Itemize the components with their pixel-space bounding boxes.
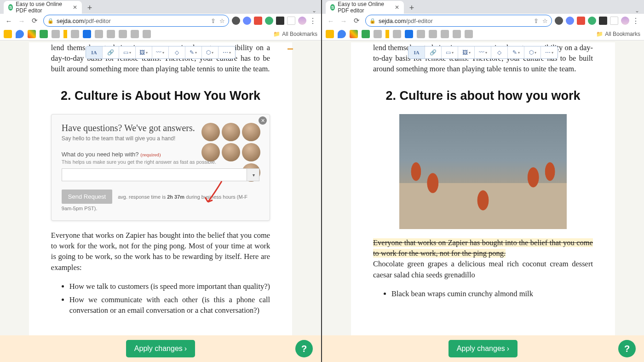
bookmark-folder[interactable] (393, 30, 401, 38)
browser-tab[interactable]: S Easy to use Online PDF editor ✕ (4, 1, 82, 14)
profile-avatar[interactable] (298, 17, 306, 25)
more-tools-button[interactable]: ⋯▾ (541, 46, 558, 58)
highlight-tool-button[interactable]: ✎▾ (508, 46, 524, 58)
panel-icon[interactable] (610, 17, 618, 25)
browser-menu-icon[interactable]: ⋮ (309, 17, 316, 25)
panel-icon[interactable] (287, 17, 295, 25)
bookmark-folder[interactable] (417, 30, 425, 38)
bookmark-item[interactable] (16, 30, 24, 38)
extension-icon[interactable] (588, 17, 596, 25)
text-tool-button[interactable]: IA (408, 46, 425, 58)
tabs-dropdown-icon[interactable]: ⌄ (635, 7, 639, 14)
whiteout-tool-button[interactable]: ◇ (491, 46, 508, 58)
extension-icon[interactable] (265, 17, 273, 25)
bookmark-item[interactable] (350, 30, 358, 38)
help-topic-select[interactable]: ▾ (62, 168, 259, 181)
back-button[interactable]: ← (325, 15, 337, 27)
star-icon[interactable]: ☆ (542, 17, 548, 24)
new-tab-button[interactable]: + (84, 2, 96, 14)
forward-button[interactable]: → (338, 15, 350, 27)
browser-menu-icon[interactable]: ⋮ (632, 17, 639, 25)
more-tools-button[interactable]: ⋯▾ (218, 46, 235, 58)
image-tool-button[interactable]: 🖼▾ (136, 46, 152, 58)
pdf-page[interactable]: IA 🔗 ▭▾ 🖼▾ 〰▾ ◇ ✎▾ ⬡▾ ⋯▾ lend themselves… (351, 42, 615, 335)
list-item[interactable]: How we communicate with each other (is t… (69, 294, 270, 316)
profile-avatar[interactable] (621, 17, 629, 25)
shape-tool-button[interactable]: ⬡▾ (202, 46, 218, 58)
bookmark-folder[interactable] (71, 30, 79, 38)
bullet-list[interactable]: How we talk to customers (is speed more … (69, 281, 270, 316)
bookmark-item[interactable] (4, 30, 12, 38)
bookmark-item[interactable] (362, 30, 370, 38)
help-fab-button[interactable]: ? (295, 340, 313, 357)
text-tool-button[interactable]: IA (86, 46, 103, 58)
highlight-tool-button[interactable]: ✎▾ (185, 46, 202, 58)
sign-tool-button[interactable]: 〰▾ (152, 46, 169, 58)
all-bookmarks-button[interactable]: 📁 All Bookmarks (596, 31, 640, 37)
share-icon[interactable]: ⇧ (211, 17, 216, 24)
bookmark-item[interactable] (63, 30, 67, 38)
extension-icon[interactable] (232, 17, 240, 25)
close-tab-icon[interactable]: ✕ (395, 4, 399, 11)
send-request-button[interactable]: Send Request (62, 190, 112, 204)
embedded-image[interactable] (399, 114, 566, 229)
reload-button[interactable]: ⟳ (351, 15, 362, 27)
bookmark-folder[interactable] (95, 30, 103, 38)
new-tab-button[interactable]: + (406, 2, 418, 14)
bullet-list[interactable]: Black bean wraps cumin crunchy almond mi… (391, 288, 593, 299)
help-fab-button[interactable]: ? (618, 340, 636, 357)
bookmark-folder[interactable] (429, 30, 437, 38)
bookmark-item[interactable] (83, 30, 91, 38)
bookmark-folder[interactable] (119, 30, 127, 38)
back-button[interactable]: ← (3, 15, 15, 27)
bookmark-folder[interactable] (465, 30, 473, 38)
list-item[interactable]: How we talk to customers (is speed more … (69, 281, 270, 292)
address-bar[interactable]: 🔒 sejda.com/pdf-editor ⇧ ☆ (365, 15, 552, 27)
whiteout-tool-button[interactable]: ◇ (169, 46, 185, 58)
extension-icon[interactable] (243, 17, 251, 25)
shape-tool-button[interactable]: ⬡▾ (524, 46, 541, 58)
extension-icon[interactable] (566, 17, 574, 25)
link-tool-button[interactable]: 🔗 (103, 46, 119, 58)
section-heading[interactable]: 2. Culture is about how you work (373, 89, 593, 103)
form-tool-button[interactable]: ▭▾ (119, 46, 136, 58)
form-tool-button[interactable]: ▭▾ (442, 46, 458, 58)
bookmark-item[interactable] (28, 30, 36, 38)
bookmark-folder[interactable] (143, 30, 151, 38)
tabs-dropdown-icon[interactable]: ⌄ (312, 7, 316, 14)
address-bar[interactable]: 🔒 sejda.com/pdf-editor ⇧ ☆ (43, 15, 229, 27)
bookmark-folder[interactable] (453, 30, 461, 38)
extension-icon[interactable] (577, 17, 585, 25)
bookmark-folder[interactable] (374, 30, 382, 38)
sign-tool-button[interactable]: 〰▾ (475, 46, 491, 58)
share-icon[interactable]: ⇧ (534, 17, 539, 24)
puzzle-icon[interactable] (276, 17, 284, 25)
extension-icon[interactable] (254, 17, 262, 25)
bookmark-item[interactable] (338, 30, 346, 38)
browser-tab[interactable]: S Easy to use Online PDF editor ✕ (326, 1, 404, 14)
all-bookmarks-button[interactable]: 📁 All Bookmarks (273, 31, 317, 37)
reload-button[interactable]: ⟳ (29, 15, 40, 27)
body-paragraph[interactable]: Everyone that works on Zapier has bought… (51, 230, 270, 272)
pdf-page[interactable]: IA 🔗 ▭▾ 🖼▾ 〰▾ ◇ ✎▾ ⬡▾ ⋯▾ lend themselves… (29, 42, 292, 335)
bookmark-folder[interactable] (52, 30, 60, 38)
bookmark-folder[interactable] (441, 30, 449, 38)
section-heading[interactable]: 2. Culture is About How You Work (51, 89, 270, 103)
edited-paragraph[interactable]: Everyone that works on Zapier has bought… (373, 237, 593, 280)
close-tab-icon[interactable]: ✕ (73, 4, 77, 11)
star-icon[interactable]: ☆ (219, 17, 225, 24)
bookmark-item[interactable] (40, 30, 48, 38)
apply-changes-button[interactable]: Apply changes› (448, 340, 518, 357)
bookmark-item[interactable] (326, 30, 334, 38)
puzzle-icon[interactable] (599, 17, 607, 25)
list-item[interactable]: Black bean wraps cumin crunchy almond mi… (391, 288, 593, 299)
link-tool-button[interactable]: 🔗 (425, 46, 442, 58)
bookmark-item[interactable] (405, 30, 413, 38)
bookmark-item[interactable] (385, 30, 389, 38)
bookmark-folder[interactable] (107, 30, 115, 38)
bookmark-folder[interactable] (131, 30, 139, 38)
extension-icon[interactable] (555, 17, 563, 25)
forward-button[interactable]: → (16, 15, 28, 27)
image-tool-button[interactable]: 🖼▾ (458, 46, 475, 58)
apply-changes-button[interactable]: Apply changes› (126, 340, 195, 357)
